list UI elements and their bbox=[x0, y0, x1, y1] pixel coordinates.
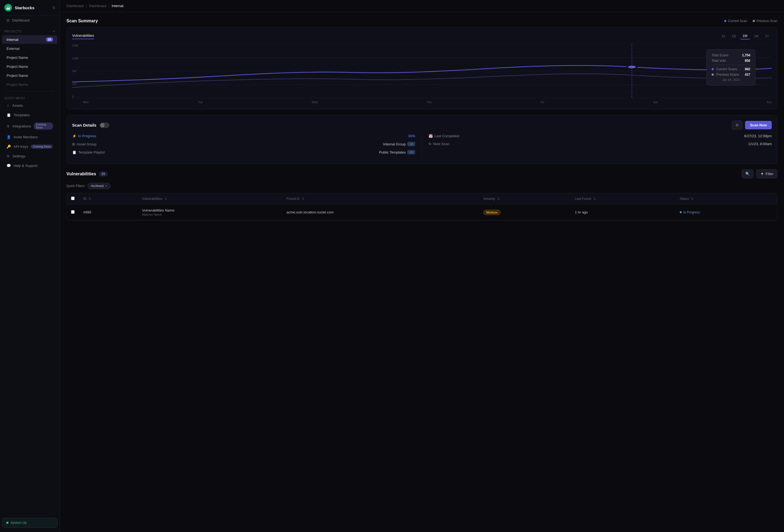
chart-tooltip: Total Scans 1,754 Total Vuln 850 Current… bbox=[706, 49, 755, 85]
time-filters: 1h 1D 1W 1M 1Y bbox=[719, 33, 772, 39]
scan-details-title-text: Scan Details bbox=[72, 123, 96, 128]
sidebar-project-2[interactable]: Project Name bbox=[2, 62, 57, 71]
tooltip-current-label: Current Scans bbox=[711, 67, 737, 71]
row-checkbox[interactable] bbox=[71, 210, 75, 214]
breadcrumb-sep-2: | bbox=[109, 4, 109, 8]
sort-status-icon: ⇅ bbox=[691, 197, 694, 201]
templates-icon: 📋 bbox=[6, 113, 11, 117]
refresh-icon: ↻ bbox=[428, 142, 431, 146]
chart-card: Vulnerabilities 1h 1D 1W 1M 1Y 15M 10M 5… bbox=[66, 27, 778, 109]
status-dot-green bbox=[6, 522, 8, 524]
settings-label: Settings bbox=[12, 154, 25, 158]
sidebar-dashboard-label: Dashboard bbox=[12, 18, 30, 22]
legend-dot-previous bbox=[753, 20, 755, 22]
scan-field-progress: ⚡ In Progress 30% bbox=[72, 134, 415, 138]
sidebar-item-assets[interactable]: ⊹ Assets bbox=[2, 101, 57, 110]
tooltip-total-vuln-value: 850 bbox=[745, 59, 750, 63]
scan-details-title: Scan Details bbox=[72, 122, 109, 128]
select-all-checkbox[interactable] bbox=[71, 197, 75, 200]
vulnerabilities-table: ID ⇅ Vulnerabilities ⇅ Found At ⇅ Severi… bbox=[67, 193, 777, 220]
col-vulnerabilities[interactable]: Vulnerabilities ⇅ bbox=[138, 193, 282, 204]
api-coming-soon-badge: Coming Soon bbox=[31, 145, 53, 149]
settings-filter-button[interactable]: ⚙ bbox=[732, 121, 743, 130]
vulnerabilities-title-text: Vulnerabilities bbox=[66, 171, 96, 176]
add-project-icon[interactable]: + bbox=[53, 29, 55, 34]
col-status[interactable]: Status ⇅ bbox=[675, 193, 777, 204]
col-severity[interactable]: Severity ⇅ bbox=[479, 193, 570, 204]
sidebar-item-settings[interactable]: ⚙ Settings bbox=[2, 152, 57, 161]
filter-icon: ▼ bbox=[760, 172, 764, 176]
integrations-icon: ⚙ bbox=[6, 124, 10, 128]
app-logo[interactable]: ☕ Starbucks ⇅ bbox=[0, 0, 60, 16]
time-btn-1d[interactable]: 1D bbox=[729, 33, 738, 39]
sort-last-found-icon: ⇅ bbox=[593, 197, 596, 201]
quick-menu-label: Quick Menu bbox=[0, 94, 60, 101]
col-found-at[interactable]: Found At ⇅ bbox=[282, 193, 479, 204]
status-in-progress: In Progress bbox=[680, 211, 773, 214]
asset-group-label: ⊞ Asset Group bbox=[72, 142, 110, 146]
scan-col-left: ⚡ In Progress 30% ⊞ Asset Group Internal… bbox=[72, 134, 422, 158]
tooltip-total-scans-value: 1,754 bbox=[742, 53, 750, 57]
legend-previous: Previous Scan bbox=[753, 19, 778, 23]
quick-filters: Quick Filters Archived + bbox=[66, 183, 778, 189]
filter-button[interactable]: ▼ Filter bbox=[756, 169, 778, 178]
scan-field-last-completed: 📅 Last Completed 6/27/23, 12:09pm bbox=[428, 134, 772, 138]
integrations-label: Integrations bbox=[12, 124, 31, 128]
scan-details-actions: ⚙ Scan Now bbox=[732, 121, 772, 130]
sidebar-item-api-keys[interactable]: 🔑 API Keys Coming Soon bbox=[2, 142, 57, 151]
col-id[interactable]: ID ⇅ bbox=[79, 193, 138, 204]
scan-field-next-scan: ↻ Next Scan 1/1/23, 8:00am bbox=[428, 142, 772, 146]
sort-found-icon: ⇅ bbox=[302, 197, 304, 201]
col-last-found[interactable]: Last Found ⇅ bbox=[570, 193, 675, 204]
sidebar-project-1[interactable]: Project Name bbox=[2, 53, 57, 62]
archived-chip-label: Archived bbox=[91, 184, 104, 188]
project-name: External bbox=[6, 47, 20, 51]
row-severity: Medium bbox=[479, 204, 570, 220]
tooltip-total-vuln-label: Total Vuln bbox=[711, 59, 726, 63]
tooltip-total-scans: Total Scans 1,754 bbox=[711, 53, 750, 57]
sidebar-item-invite-members[interactable]: 👤 Invite Members bbox=[2, 133, 57, 142]
search-button[interactable]: 🔍 bbox=[742, 169, 754, 178]
breadcrumb-dashboard-2[interactable]: Dashboard bbox=[89, 4, 107, 8]
scan-summary-header: Scan Summary Current Scan Previous Scan bbox=[66, 19, 778, 23]
scan-toggle[interactable] bbox=[100, 122, 109, 128]
tooltip-total-vuln: Total Vuln 850 bbox=[711, 59, 750, 63]
sort-vuln-icon: ⇅ bbox=[164, 197, 167, 201]
legend-dot-current bbox=[724, 20, 726, 22]
time-btn-1y[interactable]: 1Y bbox=[762, 33, 772, 39]
add-filter-icon[interactable]: + bbox=[105, 184, 107, 188]
sidebar-item-help[interactable]: 💬 Help & Support bbox=[2, 161, 57, 170]
project-badge: 20 bbox=[46, 37, 53, 41]
row-found-at: acme.vuln.location.nuclei.com bbox=[282, 204, 479, 220]
api-key-icon: 🔑 bbox=[6, 145, 11, 149]
template-playlist-label: 📋 Template Playlist bbox=[72, 150, 110, 155]
next-scan-label: ↻ Next Scan bbox=[428, 142, 467, 146]
scan-details-header: Scan Details ⚙ Scan Now bbox=[72, 121, 772, 130]
sidebar-project-4[interactable]: Project Name bbox=[2, 80, 57, 89]
time-btn-1h[interactable]: 1h bbox=[719, 33, 728, 39]
row-vuln-name: Vulnerabilities Name Matcher Name bbox=[138, 204, 282, 220]
sidebar-project-3[interactable]: Project Name bbox=[2, 71, 57, 80]
last-completed-label: 📅 Last Completed bbox=[428, 134, 467, 138]
filter-chip-archived[interactable]: Archived + bbox=[87, 183, 111, 189]
chart-legend: Current Scan Previous Scan bbox=[724, 19, 778, 23]
tooltip-total-scans-label: Total Scans bbox=[711, 53, 728, 57]
table-header: ID ⇅ Vulnerabilities ⇅ Found At ⇅ Severi… bbox=[67, 193, 777, 204]
sidebar-project-internal[interactable]: Internal 20 bbox=[2, 35, 57, 44]
tooltip-date: Jan 18, 2023 bbox=[711, 78, 750, 81]
breadcrumb-dashboard-1[interactable]: Dashboard bbox=[66, 4, 84, 8]
time-btn-1m[interactable]: 1M bbox=[751, 33, 761, 39]
chart-tab-vulnerabilities[interactable]: Vulnerabilities bbox=[72, 33, 94, 39]
vulnerabilities-header: Vulnerabilities 20 🔍 ▼ Filter bbox=[66, 169, 778, 178]
time-btn-1w[interactable]: 1W bbox=[740, 33, 750, 39]
sidebar-project-external[interactable]: External bbox=[2, 45, 57, 53]
sort-id-icon: ⇅ bbox=[88, 197, 91, 201]
sidebar-item-dashboard[interactable]: ⊞ Dashboard bbox=[2, 16, 57, 25]
scan-now-button[interactable]: Scan Now bbox=[745, 121, 772, 129]
chart-x-labels: Mon Tue Wed Thu Fri Sat Sun bbox=[72, 98, 772, 104]
vulnerabilities-actions: 🔍 ▼ Filter bbox=[742, 169, 778, 178]
sidebar-item-integrations[interactable]: ⚙ Integrations Coming Soon bbox=[2, 120, 57, 132]
topbar: Dashboard | Dashboard | Internal bbox=[60, 0, 784, 12]
project-name: Internal bbox=[6, 37, 18, 41]
sidebar-item-templates[interactable]: 📋 Templates bbox=[2, 111, 57, 119]
